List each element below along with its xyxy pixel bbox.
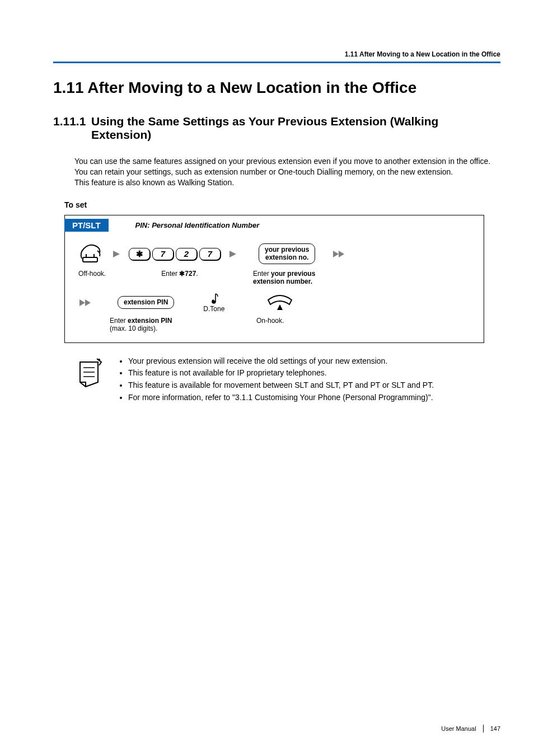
extension-pin-box: extension PIN [118, 296, 174, 309]
enter-prev-ext-label: Enter your previous extension number. [253, 270, 337, 285]
svg-marker-5 [333, 251, 339, 257]
intro-p2: You can retain your settings, such as ex… [74, 167, 500, 177]
svg-marker-6 [339, 251, 344, 257]
svg-marker-10 [277, 304, 283, 310]
note-item: This feature is available for movement b… [128, 379, 434, 392]
procedure-diagram: PT/SLT PIN: Personal Identification Numb… [64, 215, 484, 343]
enter-suffix: . [196, 270, 198, 278]
enter-code: ✱727 [179, 270, 196, 278]
prev-ext-line1: your previous [265, 246, 309, 253]
dtone-label: D.Tone [203, 305, 224, 313]
enter-prev-b: your previous [271, 270, 315, 278]
note-item: Your previous extension will receive the… [128, 355, 434, 368]
to-set-heading: To set [64, 200, 500, 209]
arrow-icon [228, 250, 237, 259]
offhook-label: Off-hook. [78, 270, 112, 278]
key-star: ✱ [129, 248, 150, 260]
enter-pin-c: (max. 10 digits). [110, 325, 157, 332]
footer-separator [483, 725, 484, 732]
key-7: 7 [152, 248, 174, 260]
subsection-text: Using the Same Settings as Your Previous… [91, 115, 500, 142]
enter-ext-pin-label: Enter extension PIN (max. 10 digits). [110, 317, 194, 332]
key-7: 7 [199, 248, 221, 260]
enter-prefix: Enter [161, 270, 179, 278]
enter-pin-b: extension PIN [128, 317, 172, 325]
enter-prev-a: Enter [253, 270, 271, 278]
svg-marker-8 [85, 299, 91, 306]
svg-point-9 [213, 300, 216, 303]
key-2: 2 [176, 248, 197, 260]
key-sequence-727: ✱ 7 2 7 [129, 248, 221, 260]
notepad-icon [74, 355, 108, 404]
section-title: 1.11 After Moving to a New Location in t… [53, 79, 500, 97]
note-item: This feature is not available for IP pro… [128, 367, 434, 379]
offhook-icon [78, 242, 104, 266]
svg-rect-0 [83, 257, 97, 262]
subsection-title: 1.11.1 Using the Same Settings as Your P… [53, 115, 500, 142]
prev-ext-line2: extension no. [265, 253, 308, 261]
subsection-number: 1.11.1 [53, 115, 91, 142]
dtone-step: D.Tone [203, 293, 224, 313]
continue-arrow-icon [332, 250, 345, 259]
pin-definition: PIN: Personal Identification Number [135, 221, 260, 229]
footer-page-number: 147 [490, 725, 500, 732]
svg-marker-4 [229, 251, 236, 257]
enter-727-label: Enter ✱727. [132, 270, 227, 278]
continue-arrow-icon [78, 298, 92, 307]
onhook-label: On-hook. [256, 317, 301, 325]
intro-text: You can use the same features assigned o… [74, 156, 500, 188]
music-note-icon [209, 293, 219, 305]
previous-extension-box: your previous extension no. [259, 243, 315, 264]
svg-marker-7 [79, 299, 85, 306]
notes-block: Your previous extension will receive the… [74, 355, 500, 404]
notes-list: Your previous extension will receive the… [118, 355, 434, 404]
footer-manual: User Manual [441, 725, 476, 732]
enter-pin-a: Enter [110, 317, 128, 325]
running-header: 1.11 After Moving to a New Location in t… [53, 50, 500, 58]
svg-point-14 [98, 359, 100, 361]
header-rule [53, 62, 500, 63]
enter-prev-c: extension number. [253, 278, 312, 285]
onhook-icon [266, 292, 294, 313]
note-item: For more information, refer to "3.1.1 Cu… [128, 392, 434, 404]
page-footer: User Manual 147 [441, 725, 500, 732]
intro-p1: You can use the same features assigned o… [74, 156, 500, 167]
svg-marker-3 [113, 251, 120, 257]
pt-slt-badge: PT/SLT [64, 219, 109, 232]
arrow-icon [112, 250, 121, 259]
intro-p3: This feature is also known as Walking St… [74, 177, 500, 188]
